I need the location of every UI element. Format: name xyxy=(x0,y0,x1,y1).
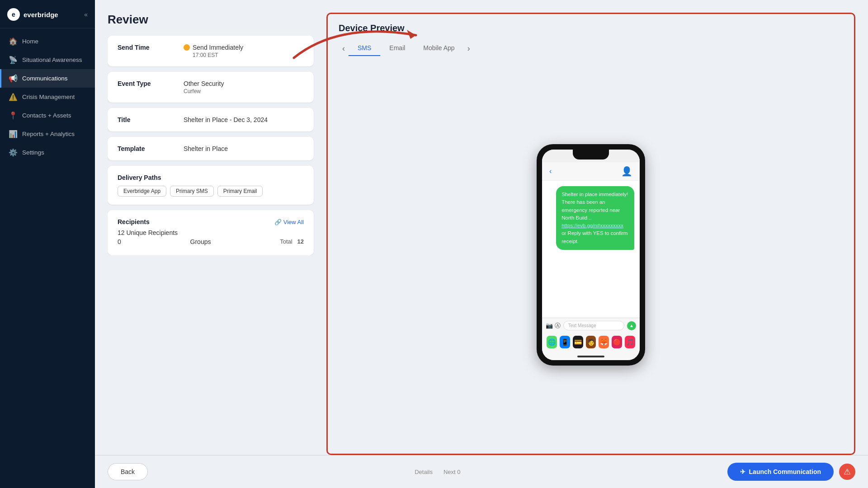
sidebar-logo: e everbridge « xyxy=(0,0,95,28)
recipients-top: Recipients 🔗 View All xyxy=(118,218,304,225)
device-next-button[interactable]: › xyxy=(464,42,474,55)
send-time-value: Send Immediately 17:00 EST xyxy=(184,44,243,58)
sidebar-item-settings[interactable]: ⚙️ Settings xyxy=(0,143,95,162)
device-preview-panel: Device Preview ‹ SMS Email Mobile App › … xyxy=(326,13,855,455)
event-type-card: Event Type Other Security Curfew xyxy=(108,72,314,103)
warning-icon[interactable]: ⚠ xyxy=(839,464,855,480)
main-content: Review Send Time Send Immediately 17:00 … xyxy=(95,0,868,488)
review-cards: Send Time Send Immediately 17:00 EST xyxy=(108,36,316,255)
delivery-tag: Primary SMS xyxy=(170,186,214,197)
template-value: Shelter in Place xyxy=(184,145,228,152)
phone-send-button[interactable]: ▲ xyxy=(627,321,636,330)
device-prev-button[interactable]: ‹ xyxy=(339,42,349,55)
sidebar-item-reports-analytics[interactable]: 📊 Reports + Analytics xyxy=(0,125,95,143)
groups-label: Groups xyxy=(190,238,211,245)
home-icon: 🏠 xyxy=(9,37,18,46)
sidebar-label-situational-awareness: Situational Awareness xyxy=(22,56,82,63)
sidebar-item-crisis-management[interactable]: ⚠️ Crisis Management xyxy=(0,88,95,106)
tab-sms[interactable]: SMS xyxy=(349,41,380,56)
app-icon-2: 📱 xyxy=(560,336,570,348)
app-icon-7: 🎵 xyxy=(625,336,635,348)
reports-analytics-icon: 📊 xyxy=(9,130,18,138)
recipients-groups-row: 0 Groups Total 12 xyxy=(118,236,304,247)
app-icon-3: 💳 xyxy=(573,336,583,348)
phone-container: 9:41 ‹ 👤 Shelter in place immediately! T… xyxy=(339,65,843,445)
device-preview-title: Device Preview xyxy=(339,23,843,33)
launch-icon: ✈ xyxy=(740,468,745,475)
recipients-card: Recipients 🔗 View All 12 Unique Recipien… xyxy=(108,210,314,255)
app-icon-1: 🌐 xyxy=(547,336,557,348)
sidebar-collapse-icon[interactable]: « xyxy=(84,11,88,18)
send-time-card: Send Time Send Immediately 17:00 EST xyxy=(108,36,314,66)
app-icon-5: 🦊 xyxy=(599,336,609,348)
bottom-right: ✈ Launch Communication ⚠ xyxy=(727,463,855,481)
phone-apps-bar: 🌐 📱 💳 🧑 🦊 🔴 🎵 xyxy=(542,333,640,353)
phone-input-bar: 📷 Ⓐ Text Message ▲ xyxy=(542,318,640,333)
delivery-tags: Everbridge AppPrimary SMSPrimary Email xyxy=(118,186,304,197)
phone-contact-icon: 👤 xyxy=(621,166,632,177)
step-details: Details xyxy=(415,469,433,475)
clock-dot-icon xyxy=(184,44,190,51)
review-panel: Review Send Time Send Immediately 17:00 … xyxy=(108,13,316,455)
situational-awareness-icon: 📡 xyxy=(9,56,18,64)
sms-link: https://evb.gg/n#xxxxxxxxx xyxy=(561,223,623,228)
phone-mockup: 9:41 ‹ 👤 Shelter in place immediately! T… xyxy=(537,144,645,366)
crisis-management-icon: ⚠️ xyxy=(9,93,18,101)
camera-icon[interactable]: 📷 xyxy=(546,322,553,329)
logo-icon: e xyxy=(7,8,20,21)
phone-back-icon[interactable]: ‹ xyxy=(549,167,552,175)
view-all-text: View All xyxy=(283,219,304,225)
title-value: Shelter in Place - Dec 3, 2024 xyxy=(184,116,268,123)
sidebar-label-crisis-management: Crisis Management xyxy=(22,94,75,100)
sidebar-item-contacts-assets[interactable]: 📍 Contacts + Assets xyxy=(0,106,95,125)
send-time-sub: 17:00 EST xyxy=(193,52,243,58)
sidebar-label-home: Home xyxy=(22,38,38,45)
sidebar-label-reports-analytics: Reports + Analytics xyxy=(22,131,75,137)
phone-screen: 9:41 ‹ 👤 Shelter in place immediately! T… xyxy=(542,150,640,360)
view-all-link[interactable]: 🔗 View All xyxy=(274,219,304,225)
delivery-tag: Everbridge App xyxy=(118,186,166,197)
event-type-sub: Curfew xyxy=(184,88,224,94)
total-label: Total 12 xyxy=(280,238,304,245)
sidebar-nav: 🏠 Home📡 Situational Awareness📢 Communica… xyxy=(0,28,95,488)
event-type-label: Event Type xyxy=(118,80,176,87)
external-link-icon: 🔗 xyxy=(274,219,282,225)
sidebar-item-home[interactable]: 🏠 Home xyxy=(0,32,95,51)
event-type-value: Other Security Curfew xyxy=(184,80,224,94)
contacts-assets-icon: 📍 xyxy=(9,111,18,120)
device-tabs: ‹ SMS Email Mobile App › xyxy=(339,41,843,56)
total-value: 12 xyxy=(297,238,304,245)
step-next: Next 0 xyxy=(443,469,461,475)
phone-home-indicator xyxy=(577,356,604,357)
sidebar-item-situational-awareness[interactable]: 📡 Situational Awareness xyxy=(0,51,95,69)
apps-icon[interactable]: Ⓐ xyxy=(555,322,561,330)
sidebar-label-contacts-assets: Contacts + Assets xyxy=(22,112,71,119)
tab-mobile-app[interactable]: Mobile App xyxy=(414,41,463,56)
communications-icon: 📢 xyxy=(9,74,18,83)
sidebar-item-communications[interactable]: 📢 Communications xyxy=(0,69,95,88)
bottom-bar: Back Details Next 0 ✈ Launch Communicati… xyxy=(95,455,868,488)
phone-home-bar xyxy=(542,353,640,360)
tab-email[interactable]: Email xyxy=(380,41,414,56)
send-time-main-text: Send Immediately xyxy=(193,44,243,51)
phone-notch xyxy=(573,150,609,160)
title-card: Title Shelter in Place - Dec 3, 2024 xyxy=(108,108,314,131)
phone-text-input[interactable]: Text Message xyxy=(563,321,624,330)
launch-label: Launch Communication xyxy=(749,468,821,475)
recipients-unique-count: 12 Unique Recipients xyxy=(118,229,304,236)
app-icon-6: 🔴 xyxy=(612,336,622,348)
recipients-label: Recipients xyxy=(118,218,150,225)
review-title: Review xyxy=(108,13,316,27)
title-label: Title xyxy=(118,116,176,123)
phone-header: ‹ 👤 xyxy=(542,162,640,181)
event-type-main: Other Security xyxy=(184,80,224,87)
back-button[interactable]: Back xyxy=(108,463,148,480)
app-icon-4: 🧑 xyxy=(586,336,596,348)
delivery-paths-card: Delivery Paths Everbridge AppPrimary SMS… xyxy=(108,166,314,205)
launch-communication-button[interactable]: ✈ Launch Communication xyxy=(727,463,834,481)
sidebar: e everbridge « 🏠 Home📡 Situational Aware… xyxy=(0,0,95,488)
sidebar-label-settings: Settings xyxy=(22,149,44,156)
phone-input-icons: 📷 Ⓐ xyxy=(546,322,561,330)
delivery-tag: Primary Email xyxy=(217,186,263,197)
send-time-label: Send Time xyxy=(118,44,176,51)
